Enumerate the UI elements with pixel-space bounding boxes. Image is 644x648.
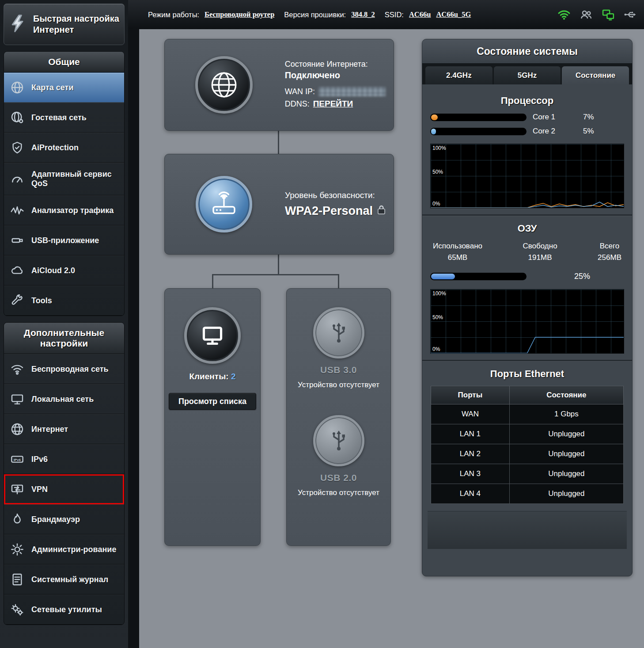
sidebar-item-label: AiCloud 2.0 — [31, 266, 75, 275]
clients-card[interactable]: Клиенты: 2 Просмотр списка — [164, 288, 261, 546]
clients-icon[interactable] — [580, 8, 593, 21]
security-card[interactable]: Уровень безопасности: WPA2-Personal — [164, 154, 394, 255]
router-icon — [196, 176, 252, 233]
connector-horizontal — [212, 274, 339, 275]
sidebar-header-general: Общие — [4, 52, 124, 72]
sidebar-item-usb-application[interactable]: USB-приложение — [4, 225, 124, 255]
tab-status[interactable]: Состояние — [562, 66, 629, 84]
wifi-icon[interactable] — [557, 8, 571, 21]
table-row: LAN 3 Unplugged — [431, 464, 624, 484]
sidebar-header-advanced: Дополнительные настройки — [4, 323, 124, 354]
usb2-title: USB 2.0 — [287, 473, 390, 483]
sidebar-item-tools[interactable]: Tools — [4, 286, 124, 316]
usb2-status: Устройство отсутствует — [295, 488, 383, 498]
cpu-core1-percent: 7% — [583, 113, 594, 122]
panel-divider — [422, 360, 632, 361]
internet-globe-icon — [195, 56, 253, 114]
security-level-label: Уровень безопасности: — [285, 191, 386, 200]
sidebar-item-network-tools[interactable]: Сетевые утилиты — [4, 595, 124, 625]
sidebar-item-aicloud[interactable]: AiCloud 2.0 — [4, 255, 124, 286]
table-row: LAN 4 Unplugged — [431, 484, 624, 504]
ram-axis-50: 50% — [432, 314, 443, 320]
globe-icon — [9, 421, 25, 437]
sidebar-item-label: Администри-рование — [31, 545, 116, 554]
port-status: Unplugged — [509, 464, 623, 484]
port-status: Unplugged — [509, 444, 623, 464]
main-content: Состояние Интернета: Подключено WAN IP: … — [139, 29, 644, 648]
cpu-axis-50: 50% — [432, 169, 443, 175]
sidebar-item-firewall[interactable]: Брандмауэр — [4, 504, 124, 534]
guest-network-icon — [9, 110, 25, 126]
sidebar-item-label: Карта сети — [31, 83, 73, 92]
topbar-status-icons — [557, 0, 637, 29]
port-status: Unplugged — [509, 484, 623, 504]
tab-24ghz[interactable]: 2.4GHz — [425, 66, 492, 84]
sidebar-item-network-map[interactable]: Карта сети — [4, 72, 124, 103]
ram-usage-graph: 100% 50% 0% — [430, 289, 624, 354]
panel-divider — [422, 214, 632, 216]
lan-icon[interactable] — [602, 8, 615, 21]
ddns-go-link[interactable]: ПЕРЕЙТИ — [313, 99, 353, 109]
ipv6-icon: IPv6 — [9, 451, 25, 467]
ssid-24ghz-link[interactable]: AC66u — [409, 10, 431, 19]
sidebar-item-traffic-analyzer[interactable]: Анализатор трафика — [4, 195, 124, 225]
sidebar-item-vpn[interactable]: VPN — [4, 474, 124, 504]
monitor-icon — [9, 391, 25, 407]
quick-setup-label: Быстрая настройка Интернет — [33, 13, 120, 35]
clients-label: Клиенты: — [189, 372, 228, 381]
sidebar-item-ipv6[interactable]: IPv6 IPv6 — [4, 444, 124, 474]
connector-internet-router — [278, 131, 279, 154]
quick-internet-setup-button[interactable]: Быстрая настройка Интернет — [4, 4, 125, 45]
cpu-section-title: Процессор — [428, 95, 627, 107]
sidebar: Быстрая настройка Интернет Общие Карта с… — [0, 0, 128, 648]
vpn-icon — [9, 481, 25, 497]
cpu-core2-bar — [430, 128, 527, 135]
ram-total-label: Всего — [598, 240, 621, 252]
gear-icon — [9, 541, 25, 557]
tab-5ghz[interactable]: 5GHz — [494, 66, 561, 84]
sidebar-item-wireless[interactable]: Беспроводная сеть — [4, 354, 124, 384]
usb-devices-card[interactable]: USB 3.0 Устройство отсутствует USB 2.0 У… — [286, 288, 391, 546]
sidebar-item-qos[interactable]: Адаптивный сервис QoS — [4, 163, 124, 195]
internet-status-label: Состояние Интернета: — [285, 60, 386, 69]
wifi-signal-icon — [9, 361, 25, 377]
firmware-label: Версия прошивки: — [284, 11, 346, 19]
clients-monitor-icon — [184, 307, 241, 364]
cpu-usage-graph: 100% 50% 0% — [430, 144, 624, 208]
ethernet-section-title: Порты Ethernet — [428, 368, 627, 380]
view-client-list-button[interactable]: Просмотр списка — [169, 393, 256, 410]
security-level-value: WPA2-Personal — [285, 204, 373, 218]
table-row: LAN 1 Unplugged — [431, 424, 624, 444]
usb3-title: USB 3.0 — [287, 365, 390, 375]
firmware-version-link[interactable]: 384.8_2 — [351, 10, 375, 19]
usb2-icon — [313, 415, 364, 466]
usb-stick-icon — [9, 233, 25, 248]
ram-bar-row: 25% — [430, 272, 624, 281]
sidebar-item-label: Локальная сеть — [31, 395, 94, 404]
ddns-label: DDNS: — [285, 99, 310, 109]
sidebar-item-label: Интернет — [31, 425, 68, 434]
ram-used-label: Использовано — [433, 240, 482, 252]
ram-percent: 25% — [574, 272, 590, 281]
sidebar-item-guest-network[interactable]: Гостевая сеть — [4, 103, 124, 133]
cloud-icon — [9, 263, 25, 278]
port-status: Unplugged — [509, 424, 623, 444]
sidebar-item-system-log[interactable]: Системный журнал — [4, 564, 124, 595]
ram-free-label: Свободно — [523, 240, 557, 252]
cpu-core2-row: Core 2 5% — [430, 127, 624, 136]
sidebar-item-label: Адаптивный сервис QoS — [31, 170, 120, 188]
internet-status-card[interactable]: Состояние Интернета: Подключено WAN IP: … — [164, 39, 394, 131]
sidebar-item-wan[interactable]: Интернет — [4, 414, 124, 444]
sidebar-item-label: Беспроводная сеть — [31, 365, 109, 374]
ssid-5ghz-link[interactable]: AC66u_5G — [436, 10, 471, 19]
sidebar-item-lan[interactable]: Локальная сеть — [4, 384, 124, 414]
ethernet-header-ports: Порты — [431, 386, 510, 404]
usb-icon[interactable] — [624, 8, 637, 21]
sidebar-item-aiprotection[interactable]: AiProtection — [4, 133, 124, 163]
document-icon — [9, 572, 25, 587]
cpu-core2-name: Core 2 — [533, 127, 562, 136]
connector-usb — [338, 274, 339, 288]
sidebar-item-administration[interactable]: Администри-рование — [4, 534, 124, 564]
operation-mode-link[interactable]: Беспроводной роутер — [205, 10, 274, 19]
sidebar-item-label: Tools — [31, 296, 52, 305]
